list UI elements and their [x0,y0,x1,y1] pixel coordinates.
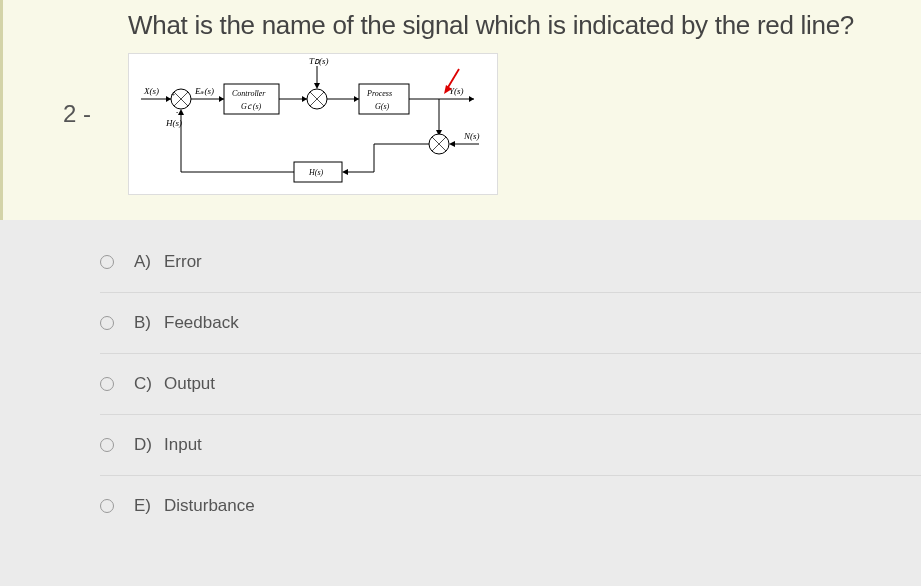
diagram-label-disturbance: Tᴅ(s) [309,56,329,66]
option-d[interactable]: D) Input [100,415,921,476]
diagram-label-output: Y(s) [449,86,464,96]
option-text: Error [164,252,202,272]
diagram-label-h: H(s) [165,118,182,128]
svg-marker-37 [178,109,184,115]
diagram-feedback-tf: H(s) [308,168,324,177]
svg-marker-13 [314,83,320,89]
diagram-controller-tf: Gᴄ (s) [241,102,262,111]
question-number: 2 - [3,0,103,195]
svg-marker-29 [449,141,455,147]
diagram-controller-title: Controller [232,89,266,98]
svg-marker-33 [342,169,348,175]
control-system-diagram: X(s) + - Eₐ(s) Controller Gᴄ (s) [128,53,498,195]
svg-marker-8 [219,96,224,102]
svg-marker-11 [302,96,307,102]
option-letter: A) [134,252,156,272]
radio-icon [100,499,114,513]
svg-marker-21 [469,96,474,102]
option-letter: D) [134,435,156,455]
svg-text:+: + [171,91,175,98]
option-text: Output [164,374,215,394]
option-letter: E) [134,496,156,516]
diagram-label-error: Eₐ(s) [194,86,214,96]
diagram-label-noise: N(s) [463,131,480,141]
option-e[interactable]: E) Disturbance [100,476,921,536]
radio-icon [100,438,114,452]
option-letter: C) [134,374,156,394]
question-content: What is the name of the signal which is … [103,0,921,195]
question-block: 2 - What is the name of the signal which… [0,0,921,220]
diagram-process-title: Process [366,89,392,98]
option-letter: B) [134,313,156,333]
diagram-process-tf: G(s) [375,102,390,111]
answer-options: A) Error B) Feedback C) Output D) Input … [0,220,921,536]
svg-marker-18 [354,96,359,102]
question-text: What is the name of the signal which is … [103,10,921,41]
option-c[interactable]: C) Output [100,354,921,415]
option-text: Input [164,435,202,455]
radio-icon [100,316,114,330]
option-b[interactable]: B) Feedback [100,293,921,354]
radio-icon [100,255,114,269]
option-a[interactable]: A) Error [100,232,921,293]
diagram-label-input: X(s) [143,86,159,96]
option-text: Feedback [164,313,239,333]
radio-icon [100,377,114,391]
option-text: Disturbance [164,496,255,516]
